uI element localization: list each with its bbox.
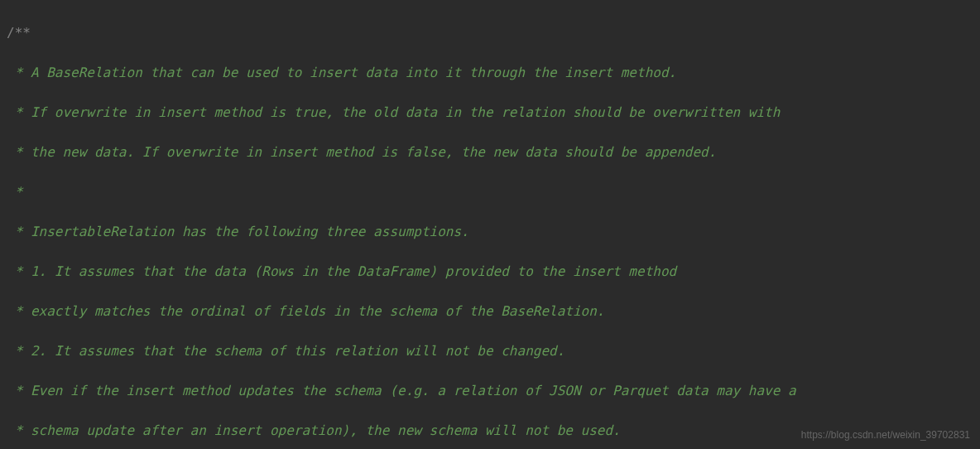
comment-line: * the new data. If overwrite in insert m… [7, 144, 716, 160]
comment-line: * 1. It assumes that the data (Rows in t… [7, 263, 676, 279]
comment-line: * A BaseRelation that can be used to ins… [7, 65, 676, 80]
watermark: https://blog.csdn.net/weixin_39702831 [801, 427, 970, 442]
comment-line: * schema update after an insert operatio… [7, 422, 621, 438]
comment-start: /** [7, 25, 31, 41]
comment-line: * If overwrite in insert method is true,… [7, 104, 780, 120]
comment-line: * Even if the insert method updates the … [7, 383, 796, 398]
comment-line: * exactly matches the ordinal of fields … [7, 303, 604, 319]
code-editor[interactable]: /** * A BaseRelation that can be used to… [0, 3, 980, 449]
comment-line: * 2. It assumes that the schema of this … [7, 343, 564, 359]
comment-line: * InsertableRelation has the following t… [7, 224, 469, 239]
comment-line: * [7, 184, 22, 200]
